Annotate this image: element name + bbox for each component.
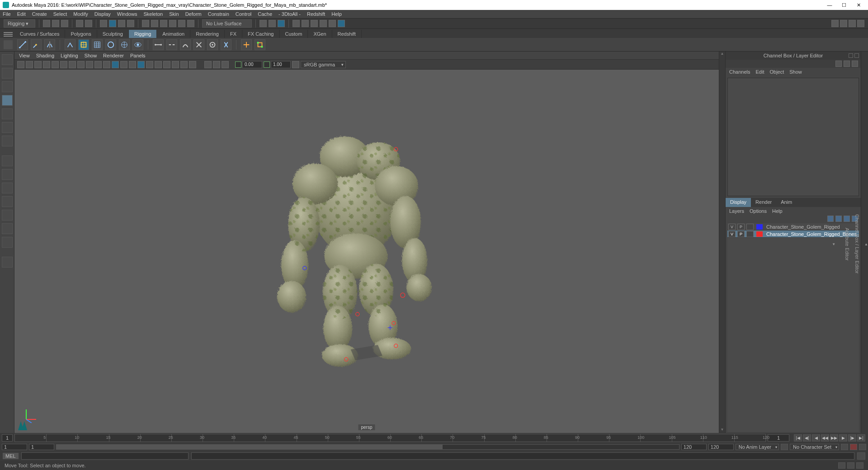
time-slider[interactable]: 1 51015202530354045505560657075808590951… [0,433,868,443]
panel-layout-icon-1[interactable] [831,20,839,27]
shelf-tab-fx[interactable]: FX [225,30,242,38]
layer-display-type[interactable] [746,224,754,230]
vp-exposure-icon[interactable] [204,61,212,68]
vp-xray-joints-icon[interactable] [189,61,196,68]
vp-grid-icon[interactable] [60,61,67,68]
construction-history-icon[interactable] [259,20,267,27]
panel-undock-icon[interactable] [849,53,853,58]
layer-color-swatch[interactable] [756,224,763,230]
menu-deform[interactable]: Deform [185,11,202,17]
channel-box-mode-icon-1[interactable] [835,61,842,67]
shelf-tab-polygons[interactable]: Polygons [65,30,97,38]
vp-bookmark-icon[interactable] [34,61,42,68]
vp-smooth-shade-icon[interactable] [103,61,110,68]
channelbox-menu-channels[interactable]: Channels [729,69,750,75]
paint-weights-icon[interactable] [180,39,191,50]
highlight-selection-icon[interactable] [278,20,285,27]
select-tool[interactable] [2,54,13,65]
move-layer-up-icon[interactable] [827,216,834,222]
gamma-toggle-icon[interactable] [264,61,270,68]
menu-skin[interactable]: Skin [169,11,179,17]
display-layer-list[interactable]: VPCharacter_Stone_Golem_RiggedVPCharacte… [727,223,859,432]
layer-menu-layers[interactable]: Layers [729,208,744,214]
live-surface-display[interactable]: No Live Surface [202,19,252,28]
viewport-menu-renderer[interactable]: Renderer [103,53,124,58]
status-icon-2[interactable] [847,462,854,469]
vp-xray-icon[interactable] [180,61,188,68]
menu-edit[interactable]: Edit [17,11,26,17]
side-tab-channel-box[interactable]: Channel Box / Layer Editor [854,212,860,275]
side-tab-attribute-editor[interactable]: Attribute Editor [844,226,850,263]
script-language-label[interactable]: MEL [3,453,19,459]
vp-lock-camera-icon[interactable] [26,61,33,68]
vp-isolate-icon[interactable] [172,61,179,68]
viewport-menu-panels[interactable]: Panels [130,53,146,58]
window-close-button[interactable]: ✕ [855,2,862,8]
open-scene-icon[interactable] [52,20,59,27]
paint-select-tool[interactable] [2,81,13,92]
panel-close-icon[interactable] [854,53,859,58]
anim-layer-settings-icon[interactable] [781,444,788,450]
layer-tab-anim[interactable]: Anim [776,198,797,207]
layer-playback-toggle[interactable]: P [737,224,745,230]
viewport-scrollbar[interactable]: ▲▼ [719,52,725,433]
move-tool[interactable] [2,95,13,106]
new-scene-icon[interactable] [43,20,50,27]
play-backward-button[interactable]: ◀◀ [821,434,829,442]
vp-aa-icon[interactable] [155,61,162,68]
render-view-icon[interactable] [320,20,327,27]
layer-menu-help[interactable]: Help [772,208,783,214]
viewport-menu-view[interactable]: View [19,53,30,58]
range-slider[interactable]: 1 1 120 120 No Anim Layer No Character S… [0,443,868,451]
new-empty-layer-icon[interactable] [844,216,850,222]
viewport-menu-lighting[interactable]: Lighting [61,53,78,58]
current-time-field[interactable]: 1 [768,434,789,442]
move-layer-down-icon[interactable] [835,216,842,222]
step-back-frame-button[interactable]: ◀ [812,434,820,442]
shelf-tab-custom[interactable]: Custom [280,30,308,38]
color-mgmt-icon[interactable] [292,61,299,68]
layer-menu-options[interactable]: Options [750,208,767,214]
vp-gamma-icon[interactable] [213,61,220,68]
toggle-isolate-icon[interactable] [269,20,276,27]
auto-key-icon[interactable] [850,444,857,450]
vp-gate-mask-icon[interactable] [86,61,93,68]
status-icon-3[interactable] [856,462,863,469]
layout-three-icon[interactable] [2,210,13,221]
menu-windows[interactable]: Windows [117,11,137,17]
shelf-tab-rendering[interactable]: Rendering [190,30,225,38]
detach-skin-icon[interactable] [166,39,177,50]
save-scene-icon[interactable] [61,20,68,27]
character-set-dropdown[interactable]: No Character Set [790,444,839,450]
vp-view-transform-icon[interactable] [222,61,229,68]
point-constraint-icon[interactable] [255,39,265,50]
menu-redshift[interactable]: Redshift [307,11,325,17]
layer-playback-toggle[interactable]: P [737,231,745,237]
layer-row[interactable]: VPCharacter_Stone_Golem_Rigged_Bones [727,230,859,238]
layer-display-type[interactable] [746,231,754,237]
lasso-tool[interactable] [2,68,13,79]
render-settings-icon[interactable] [311,20,318,27]
channelbox-menu-show[interactable]: Show [789,69,802,75]
snap-live-icon[interactable] [178,20,185,27]
snap-point-icon[interactable] [160,20,167,27]
weight-hammer-icon[interactable] [207,39,218,50]
time-slider-track[interactable]: 5101520253035404550556065707580859095100… [14,434,766,442]
go-to-end-button[interactable]: ▶| [857,434,865,442]
menu-skeleton[interactable]: Skeleton [143,11,163,17]
window-maximize-button[interactable]: ☐ [841,2,847,8]
shelf-options-icon[interactable] [4,40,13,49]
channel-box-area[interactable] [727,78,859,196]
script-editor-icon[interactable] [857,452,865,460]
viewport-menu-show[interactable]: Show [85,53,97,58]
wrap-icon[interactable] [119,39,130,50]
menu-cache[interactable]: Cache [258,11,272,17]
vp-use-lights-icon[interactable] [120,61,127,68]
playback-prefs-icon[interactable] [859,444,866,450]
step-forward-frame-button[interactable]: ▶ [839,434,847,442]
select-mask-icon[interactable] [127,20,134,27]
menu-set-selector[interactable]: Rigging ▾ [4,19,35,28]
mirror-weights-icon[interactable] [193,39,204,50]
range-end-field[interactable]: 120 [708,444,734,450]
anim-layer-dropdown[interactable]: No Anim Layer [736,444,779,450]
